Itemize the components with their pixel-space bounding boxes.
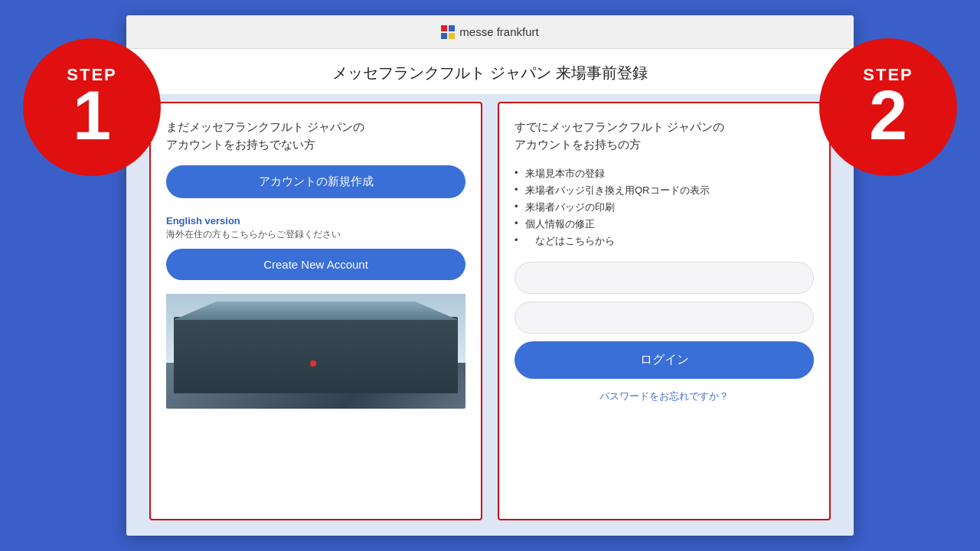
mf-logo: messe frankfurt [441,25,538,39]
right-description: すでにメッセフランクフルト ジャパンの アカウントをお持ちの方 [514,119,814,153]
building-shape [174,317,458,393]
window-header: messe frankfurt [126,15,854,49]
feature-item-3: 来場者バッジの印刷 [514,199,814,216]
logo-sq-yellow [449,33,455,39]
logo-sq-blue1 [449,25,455,31]
create-new-account-button[interactable]: Create New Account [166,249,466,280]
step1-number: 1 [73,81,111,150]
logo-sq-blue2 [441,33,447,39]
password-input[interactable] [514,302,814,334]
english-section: English version 海外在住の方もこちらからご登録ください Crea… [166,215,466,286]
feature-item-5: などはこちらから [514,233,814,249]
feature-item-1: 来場見本市の登録 [514,165,814,182]
venue-image [166,294,466,409]
window-content: メッセフランクフルト ジャパン 来場事前登録 まだメッセフランクフルト ジャパン… [126,49,854,536]
forgot-password-link[interactable]: パスワードをお忘れですか？ [514,390,814,403]
step1-circle: STEP 1 [23,38,161,176]
username-input[interactable] [514,262,814,294]
red-dot-marker [310,360,316,367]
col-left: まだメッセフランクフルト ジャパンの アカウントをお持ちでない方 アカウントの新… [149,102,482,520]
logo-text: messe frankfurt [459,25,538,38]
english-label: English version [166,215,466,227]
step2-number: 2 [869,81,907,150]
feature-item-4: 個人情報の修正 [514,216,814,233]
english-sub: 海外在住の方もこちらからご登録ください [166,228,466,241]
feature-item-2: 来場者バッジ引き換え用QRコードの表示 [514,182,814,199]
page-title: メッセフランクフルト ジャパン 来場事前登録 [126,49,854,94]
feature-list: 来場見本市の登録 来場者バッジ引き換え用QRコードの表示 来場者バッジの印刷 個… [514,165,814,249]
mf-logo-squares [441,25,455,39]
main-window: messe frankfurt メッセフランクフルト ジャパン 来場事前登録 ま… [126,15,854,536]
step2-circle: STEP 2 [819,38,957,176]
left-description: まだメッセフランクフルト ジャパンの アカウントをお持ちでない方 [166,119,466,153]
logo-sq-red [441,25,447,31]
create-account-button[interactable]: アカウントの新規作成 [166,165,466,198]
col-right: すでにメッセフランクフルト ジャパンの アカウントをお持ちの方 来場見本市の登録… [498,102,831,520]
two-columns: まだメッセフランクフルト ジャパンの アカウントをお持ちでない方 アカウントの新… [126,94,854,536]
login-button[interactable]: ログイン [514,341,814,379]
